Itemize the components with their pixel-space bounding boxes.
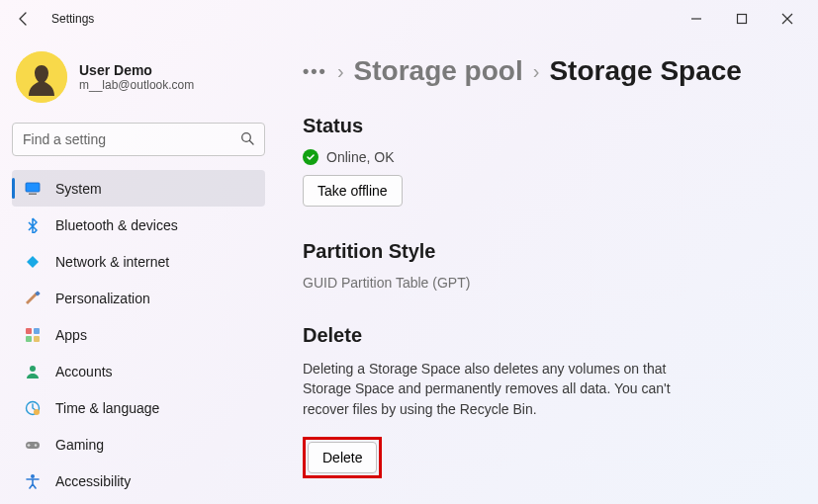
svg-point-13 [30, 366, 36, 372]
svg-point-17 [35, 444, 37, 446]
grid-icon [24, 326, 42, 344]
delete-description: Deleting a Storage Space also deletes an… [303, 359, 718, 419]
sidebar-item-label: Network & internet [55, 254, 169, 270]
back-button[interactable] [8, 3, 40, 35]
search-box[interactable] [12, 123, 265, 156]
sidebar-item-label: Accounts [55, 364, 113, 379]
profile-block[interactable]: User Demo m__lab@outlook.com [12, 47, 265, 119]
sidebar-item-label: Time & language [55, 400, 159, 416]
window-controls [674, 4, 810, 34]
bluetooth-icon [24, 216, 42, 234]
status-text: Online, OK [326, 149, 394, 165]
partition-heading: Partition Style [303, 240, 796, 263]
delete-highlight: Delete [303, 437, 382, 478]
profile-name: User Demo [79, 62, 194, 78]
svg-point-18 [31, 474, 35, 478]
sidebar-item-accounts[interactable]: Accounts [12, 353, 265, 389]
search-input[interactable] [13, 131, 230, 147]
svg-rect-7 [29, 193, 37, 195]
chevron-right-icon: › [337, 60, 344, 83]
avatar [16, 51, 67, 103]
sidebar-item-bluetooth-devices[interactable]: Bluetooth & devices [12, 207, 265, 243]
sidebar-item-accessibility[interactable]: Accessibility [12, 462, 265, 499]
sidebar-item-label: Accessibility [55, 473, 131, 489]
sidebar-item-apps[interactable]: Apps [12, 316, 265, 353]
diamond-wifi-icon [24, 253, 42, 271]
window-title: Settings [51, 12, 94, 26]
sidebar-item-time-language[interactable]: Time & language [12, 389, 265, 426]
breadcrumb-link[interactable]: Storage pool [354, 55, 523, 87]
person-icon [24, 363, 42, 380]
chevron-right-icon: › [533, 60, 540, 83]
sidebar-item-label: Gaming [55, 437, 104, 453]
sidebar-item-gaming[interactable]: Gaming [12, 426, 265, 462]
gamepad-icon [24, 436, 42, 454]
minimize-button[interactable] [674, 4, 719, 34]
svg-rect-10 [34, 328, 40, 334]
monitor-icon [24, 180, 42, 198]
delete-button[interactable]: Delete [308, 442, 377, 473]
partition-value: GUID Partition Table (GPT) [303, 275, 796, 291]
maximize-button[interactable] [719, 4, 765, 34]
status-heading: Status [303, 115, 796, 137]
profile-email: m__lab@outlook.com [79, 78, 194, 92]
svg-rect-12 [34, 336, 40, 342]
status-row: Online, OK [303, 149, 796, 165]
svg-rect-1 [738, 15, 747, 24]
svg-rect-5 [26, 183, 40, 192]
svg-line-4 [250, 140, 254, 144]
breadcrumb-more-icon[interactable]: ••• [303, 61, 327, 82]
search-icon [230, 131, 264, 148]
sidebar-item-system[interactable]: System [12, 170, 265, 207]
nav-list: SystemBluetooth & devicesNetwork & inter… [12, 170, 265, 499]
brush-icon [24, 290, 42, 307]
take-offline-button[interactable]: Take offline [303, 175, 403, 207]
sidebar-item-label: Personalization [55, 291, 150, 306]
breadcrumb: ••• › Storage pool › Storage Space [303, 55, 796, 87]
sidebar-item-network-internet[interactable]: Network & internet [12, 243, 265, 280]
status-ok-icon [303, 149, 318, 165]
titlebar: Settings [0, 0, 818, 38]
accessibility-icon [24, 472, 42, 490]
delete-heading: Delete [303, 324, 796, 347]
sidebar-item-label: Bluetooth & devices [55, 217, 178, 233]
sidebar-item-personalization[interactable]: Personalization [12, 280, 265, 316]
clock-lang-icon [24, 399, 42, 417]
sidebar: User Demo m__lab@outlook.com SystemBluet… [0, 38, 275, 504]
sidebar-item-label: System [55, 181, 102, 197]
sidebar-item-label: Apps [55, 327, 87, 343]
content-area: ••• › Storage pool › Storage Space Statu… [275, 38, 818, 504]
close-button[interactable] [765, 4, 810, 34]
svg-rect-11 [26, 336, 32, 342]
svg-point-15 [34, 409, 40, 415]
svg-rect-9 [26, 328, 32, 334]
breadcrumb-current: Storage Space [549, 55, 742, 87]
svg-point-3 [242, 132, 251, 141]
